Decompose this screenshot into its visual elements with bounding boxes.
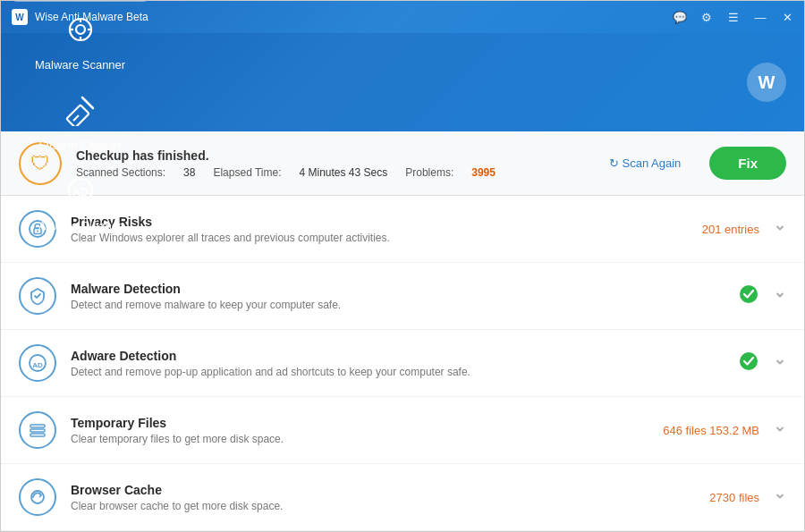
temporary-files-content: Temporary FilesClear temporary files to … (71, 416, 663, 445)
malware-detection-icon (19, 277, 56, 315)
adware-detection-desc: Detect and remove pop-up application and… (71, 366, 738, 378)
content-list: Privacy RisksClear Windows explorer all … (1, 196, 804, 532)
svg-rect-22 (30, 429, 45, 432)
malware-detection-status (738, 283, 759, 309)
list-icon[interactable]: ☰ (727, 11, 740, 23)
elapsed-label: Elapsed Time: (213, 166, 281, 179)
svg-line-9 (82, 97, 93, 108)
privacy-risks-status: 201 entries (702, 223, 759, 236)
malware-detection-content: Malware DetectionDetect and remove malwa… (71, 282, 738, 311)
temporary-files-desc: Clear temporary files to get more disk s… (71, 433, 663, 445)
privacy-risks-content: Privacy RisksClear Windows explorer all … (71, 215, 702, 244)
elapsed-value: 4 Minutes 43 Secs (299, 166, 387, 179)
scan-again-button[interactable]: ↻ Scan Again (609, 156, 682, 170)
browser-cache-chevron[interactable] (774, 490, 786, 505)
adware-cleaner-icon: AD (64, 174, 97, 214)
browser-cache-status: 2730 files (709, 491, 759, 504)
list-item-malware-detection: Malware DetectionDetect and remove malwa… (1, 263, 804, 330)
settings-circle-icon[interactable]: ⚙ (700, 11, 713, 23)
malware-detection-chevron[interactable] (774, 289, 786, 304)
adware-cleaner-label: Adware Cleaner (38, 219, 122, 232)
malware-detection-desc: Detect and remove malware to keep your c… (71, 299, 738, 311)
svg-point-4 (76, 25, 85, 34)
privacy-risks-chevron[interactable] (774, 222, 786, 237)
privacy-risks-title: Privacy Risks (71, 215, 702, 229)
temporary-files-chevron[interactable] (774, 423, 786, 438)
temporary-files-icon (19, 411, 56, 449)
temporary-files-status: 646 files 153.2 MB (663, 424, 759, 437)
privacy-risks-desc: Clear Windows explorer all traces and pr… (71, 232, 702, 244)
browser-cache-content: Browser CacheClear browser cache to get … (71, 483, 709, 512)
svg-text:AD: AD (32, 361, 43, 369)
system-cleaner-icon (64, 94, 97, 133)
close-button[interactable]: ✕ (781, 11, 793, 23)
system-cleaner-label: System Cleaner (38, 139, 121, 152)
adware-detection-status (738, 350, 759, 376)
problems-value: 3995 (471, 166, 496, 179)
browser-cache-desc: Clear browser cache to get more disk spa… (71, 500, 709, 512)
malware-scanner-icon (64, 13, 97, 53)
svg-point-17 (740, 285, 758, 303)
avatar[interactable]: W (747, 63, 786, 102)
nav-items: Quick Check Malware Scanner System Clean… (10, 0, 150, 243)
browser-cache-icon (19, 478, 56, 516)
window-controls: 💬 ⚙ ☰ — ✕ (674, 11, 793, 23)
scanned-value: 38 (183, 166, 195, 179)
fix-button[interactable]: Fix (709, 147, 786, 180)
adware-detection-title: Adware Detection (71, 349, 738, 363)
temporary-files-title: Temporary Files (71, 416, 663, 430)
browser-cache-title: Browser Cache (71, 483, 709, 497)
status-title: Checkup has finished. (76, 148, 595, 163)
nav-item-system-cleaner[interactable]: System Cleaner (10, 82, 150, 163)
adware-detection-content: Adware DetectionDetect and remove pop-up… (71, 349, 738, 378)
svg-text:AD: AD (72, 186, 89, 198)
svg-rect-23 (30, 434, 45, 436)
list-item-temporary-files: Temporary FilesClear temporary files to … (1, 397, 804, 464)
message-icon[interactable]: 💬 (674, 11, 686, 23)
status-info: Checkup has finished. Scanned Sections: … (76, 148, 595, 179)
problems-label: Problems: (405, 166, 453, 179)
nav-item-adware-cleaner[interactable]: AD Adware Cleaner (10, 163, 150, 243)
minimize-button[interactable]: — (754, 11, 767, 23)
malware-scanner-label: Malware Scanner (35, 58, 125, 72)
nav-item-malware-scanner[interactable]: Malware Scanner (10, 2, 150, 82)
refresh-icon: ↻ (609, 156, 619, 170)
svg-line-11 (73, 115, 79, 121)
nav-bar: Quick Check Malware Scanner System Clean… (1, 33, 804, 131)
malware-detection-title: Malware Detection (71, 282, 738, 296)
list-item-adware-detection: AD Adware DetectionDetect and remove pop… (1, 330, 804, 397)
status-details: Scanned Sections: 38 Elapsed Time: 4 Min… (76, 166, 595, 179)
svg-point-20 (740, 352, 758, 370)
list-item-browser-cache: Browser CacheClear browser cache to get … (1, 464, 804, 531)
svg-rect-21 (30, 425, 45, 427)
scan-again-label: Scan Again (623, 156, 682, 170)
adware-detection-chevron[interactable] (774, 356, 786, 371)
adware-detection-icon: AD (19, 344, 56, 382)
